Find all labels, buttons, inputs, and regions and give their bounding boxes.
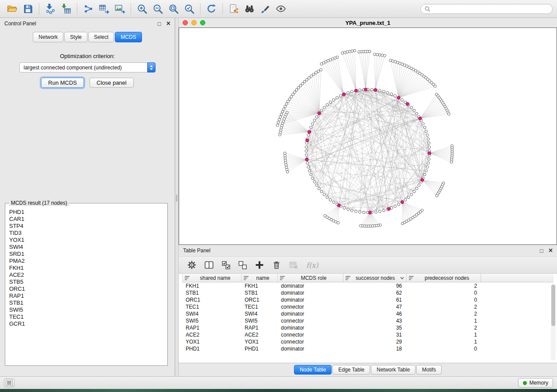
close-window-icon[interactable]: [183, 20, 188, 25]
float-panel-icon[interactable]: □: [158, 21, 161, 27]
zoom-fit-button[interactable]: [166, 1, 181, 16]
result-node-item[interactable]: PMA2: [9, 258, 163, 265]
cell-successor-nodes[interactable]: 43: [343, 318, 406, 324]
cell-predecessor-nodes[interactable]: 1: [406, 332, 481, 338]
function-builder-button[interactable]: f(x): [306, 259, 318, 271]
result-node-item[interactable]: GCR1: [9, 320, 163, 327]
result-node-item[interactable]: SRD1: [9, 251, 163, 258]
column-header-shared-name[interactable]: shared name: [183, 274, 242, 282]
cell-successor-nodes[interactable]: 61: [343, 297, 406, 303]
close-panel-icon[interactable]: ×: [549, 247, 553, 254]
zoom-selected-button[interactable]: [181, 1, 197, 16]
column-header-successor-nodes[interactable]: successor nodes: [343, 274, 407, 282]
tab-mcds[interactable]: MCDS: [115, 32, 142, 42]
cell-predecessor-nodes[interactable]: 2: [406, 311, 481, 317]
minimize-window-icon[interactable]: [191, 20, 197, 25]
tab-style[interactable]: Style: [64, 32, 87, 42]
network-graph[interactable]: [179, 28, 557, 244]
tab-network-table[interactable]: Network Table: [371, 365, 415, 375]
cell-predecessor-nodes[interactable]: 2: [406, 304, 481, 310]
tab-motifs[interactable]: Motifs: [416, 365, 442, 375]
cell-successor-nodes[interactable]: 46: [343, 311, 406, 317]
cell-name[interactable]: SWI4: [241, 311, 277, 317]
export-network-button[interactable]: [80, 1, 96, 16]
cell-shared-name[interactable]: SWI4: [182, 311, 241, 317]
cell-shared-name[interactable]: RAP1: [182, 325, 241, 331]
deselect-all-button[interactable]: [239, 259, 247, 271]
cell-successor-nodes[interactable]: 35: [343, 325, 406, 331]
cell-predecessor-nodes[interactable]: 2: [406, 325, 481, 331]
cell-mcds-role[interactable]: dominator: [277, 297, 343, 303]
delete-column-button[interactable]: [289, 259, 298, 271]
cell-shared-name[interactable]: FKH1: [182, 283, 241, 289]
cell-shared-name[interactable]: PHD1: [182, 346, 241, 352]
cell-predecessor-nodes[interactable]: 2: [406, 283, 481, 289]
cell-successor-nodes[interactable]: 96: [343, 283, 406, 289]
clone-network-button[interactable]: [226, 1, 242, 16]
table-row[interactable]: RAP1 RAP1 dominator 35 2: [182, 324, 554, 331]
import-network-button[interactable]: [42, 1, 58, 16]
cell-mcds-role[interactable]: connector: [277, 304, 343, 310]
close-panel-icon[interactable]: ×: [166, 20, 170, 27]
memory-button[interactable]: Memory: [518, 378, 553, 388]
panel-menu-button[interactable]: [4, 378, 14, 387]
tab-select[interactable]: Select: [88, 32, 114, 42]
cell-shared-name[interactable]: ORC1: [182, 297, 241, 303]
cell-successor-nodes[interactable]: 62: [343, 290, 406, 296]
criterion-dropdown[interactable]: largest connected component (undirected): [19, 62, 156, 72]
scrollbar-thumb[interactable]: [551, 285, 555, 326]
table-row[interactable]: YOX1 YOX1 connector 29 1: [182, 338, 554, 345]
cell-name[interactable]: YOX1: [241, 339, 277, 345]
result-node-item[interactable]: RAP1: [9, 292, 163, 299]
result-node-item[interactable]: SWI5: [9, 306, 163, 313]
cell-mcds-role[interactable]: connector: [277, 339, 343, 345]
table-row[interactable]: SWI5 SWI5 connector 43 1: [182, 317, 554, 324]
show-columns-button[interactable]: [204, 259, 214, 271]
zoom-out-button[interactable]: [150, 1, 166, 16]
cell-mcds-role[interactable]: dominator: [277, 325, 343, 331]
zoom-in-button[interactable]: [134, 1, 150, 16]
cell-mcds-role[interactable]: dominator: [277, 346, 343, 352]
cell-name[interactable]: SWI5: [241, 318, 277, 324]
result-node-item[interactable]: ACE2: [9, 272, 163, 279]
export-table-button[interactable]: [96, 1, 112, 16]
cell-predecessor-nodes[interactable]: 1: [406, 339, 481, 345]
cell-name[interactable]: ORC1: [241, 297, 277, 303]
cell-name[interactable]: TEC1: [241, 304, 277, 310]
cell-predecessor-nodes[interactable]: 0: [406, 290, 481, 296]
table-row[interactable]: FKH1 FKH1 dominator 96 2: [182, 282, 554, 289]
table-row[interactable]: STB1 STB1 dominator 62 0: [182, 289, 554, 296]
apply-style-button[interactable]: [257, 1, 273, 16]
cell-successor-nodes[interactable]: 29: [343, 339, 406, 345]
tab-edge-table[interactable]: Edge Table: [332, 365, 370, 375]
result-node-item[interactable]: PHD1: [9, 209, 163, 216]
cell-mcds-role[interactable]: connector: [277, 332, 343, 338]
cell-shared-name[interactable]: SWI5: [182, 318, 241, 324]
cell-predecessor-nodes[interactable]: 1: [406, 318, 481, 324]
table-settings-button[interactable]: [187, 259, 196, 271]
cell-mcds-role[interactable]: dominator: [277, 283, 343, 289]
result-node-item[interactable]: CAR1: [9, 216, 163, 223]
refresh-layout-button[interactable]: [204, 1, 219, 16]
table-row[interactable]: TEC1 TEC1 connector 47 2: [182, 303, 554, 310]
panel-divider[interactable]: [175, 18, 179, 376]
cell-mcds-role[interactable]: connector: [277, 318, 343, 324]
cell-name[interactable]: STB1: [241, 290, 277, 296]
result-node-item[interactable]: STB5: [9, 279, 163, 285]
result-node-item[interactable]: TID3: [9, 230, 163, 237]
run-mcds-button[interactable]: Run MCDS: [41, 78, 84, 88]
cell-predecessor-nodes[interactable]: 0: [406, 346, 481, 352]
network-canvas[interactable]: [179, 28, 557, 245]
cell-name[interactable]: ACE2: [241, 332, 277, 338]
search-box[interactable]: [420, 4, 553, 14]
mcds-result-list[interactable]: PHD1CAR1STP4TID3YOX1SWI4SRD1PMA2FKH1ACE2…: [5, 203, 167, 327]
result-node-item[interactable]: STB1: [9, 299, 163, 306]
cell-name[interactable]: FKH1: [241, 283, 277, 289]
cell-predecessor-nodes[interactable]: 0: [406, 297, 481, 303]
result-node-item[interactable]: STP4: [9, 223, 163, 230]
delete-button[interactable]: [272, 259, 281, 271]
cell-shared-name[interactable]: STB1: [182, 290, 241, 296]
result-node-item[interactable]: SWI4: [9, 244, 163, 251]
cell-successor-nodes[interactable]: 47: [343, 304, 406, 310]
result-node-item[interactable]: TEC1: [9, 313, 163, 320]
